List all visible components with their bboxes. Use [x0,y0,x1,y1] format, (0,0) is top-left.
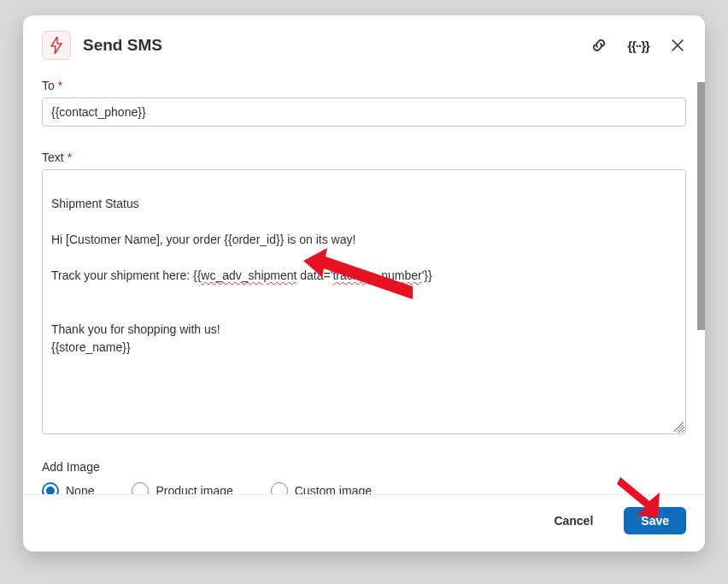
resize-handle[interactable] [673,422,684,432]
variables-icon[interactable]: {{··}} [630,37,647,54]
lightning-icon [42,31,71,60]
modal-title: Send SMS [83,36,578,55]
text-input[interactable]: Shipment Status Hi [Customer Name], your… [42,169,686,434]
radio-none[interactable]: None [42,482,94,494]
to-label: To* [42,79,686,92]
modal-footer: Cancel Save [23,494,705,552]
radio-product-image[interactable]: Product image [132,482,232,494]
cancel-button[interactable]: Cancel [537,507,610,534]
add-image-options: None Product image Custom image [42,482,686,494]
link-icon[interactable] [590,37,608,54]
send-sms-modal: Send SMS {{··}} To* Text* Shipment Statu… [23,15,705,552]
add-image-label: Add Image [42,460,686,474]
to-input[interactable] [42,97,686,127]
close-icon[interactable] [669,37,686,54]
save-button[interactable]: Save [624,507,686,534]
text-label: Text* [42,150,686,164]
radio-circle-icon [42,482,59,494]
radio-custom-image[interactable]: Custom image [271,482,372,494]
modal-body: To* Text* Shipment Status Hi [Customer N… [23,68,705,494]
radio-circle-icon [132,482,149,494]
radio-circle-icon [271,482,288,494]
modal-header: Send SMS {{··}} [23,15,705,68]
